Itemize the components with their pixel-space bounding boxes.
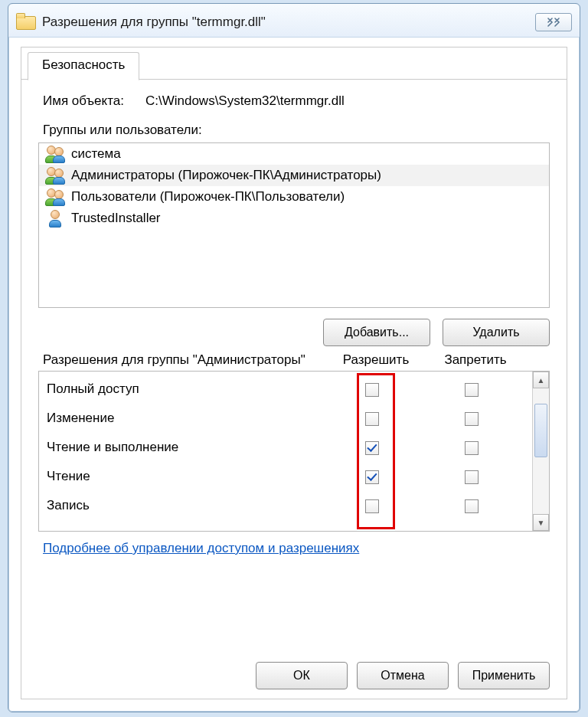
list-item[interactable]: система	[39, 143, 549, 165]
permissions-dialog: Разрешения для группы "termmgr.dll" Безо…	[8, 3, 580, 712]
tab-body: Имя объекта: C:\Windows\System32\termmgr…	[21, 80, 567, 699]
principal-name: TrustedInstaller	[71, 211, 161, 226]
principal-name: система	[71, 146, 121, 162]
permission-name: Полный доступ	[47, 381, 322, 397]
ok-button[interactable]: ОК	[256, 662, 348, 689]
permissions-box: Полный доступИзменениеЧтение и выполнени…	[38, 371, 550, 532]
folder-icon	[16, 15, 34, 30]
scroll-up-button[interactable]: ▲	[533, 372, 549, 388]
users-icon	[45, 166, 67, 185]
deny-checkbox[interactable]	[465, 383, 479, 397]
learn-more-link[interactable]: Подробнее об управлении доступом и разре…	[43, 541, 359, 556]
column-deny: Запретить	[426, 352, 525, 368]
allow-checkbox[interactable]	[365, 383, 379, 397]
permissions-for-label: Разрешения для группы "Администраторы"	[43, 352, 326, 368]
permission-name: Изменение	[47, 411, 322, 426]
deny-checkbox[interactable]	[465, 499, 479, 513]
close-button[interactable]	[535, 13, 572, 31]
permission-row: Запись	[47, 491, 532, 520]
principal-name: Администраторы (Пирожочек-ПК\Администрат…	[71, 168, 381, 183]
object-path: C:\Windows\System32\termmgr.dll	[145, 93, 345, 109]
allow-checkbox[interactable]	[365, 470, 379, 484]
user-icon	[45, 209, 67, 228]
list-item[interactable]: Пользователи (Пирожочек-ПК\Пользователи)	[39, 186, 549, 208]
scrollbar[interactable]: ▲ ▼	[532, 372, 549, 531]
scroll-track[interactable]	[533, 388, 549, 514]
users-icon	[45, 188, 67, 206]
allow-checkbox[interactable]	[365, 499, 379, 513]
object-name-label: Имя объекта:	[43, 93, 124, 109]
tab-security[interactable]: Безопасность	[28, 52, 139, 80]
window-title: Разрешения для группы "termmgr.dll"	[42, 15, 266, 30]
deny-checkbox[interactable]	[465, 470, 479, 484]
scroll-down-button[interactable]: ▼	[533, 514, 549, 531]
permission-name: Чтение	[47, 469, 322, 484]
permissions-list[interactable]: Полный доступИзменениеЧтение и выполнени…	[39, 372, 532, 531]
principals-list[interactable]: системаАдминистраторы (Пирожочек-ПК\Адми…	[38, 142, 550, 308]
users-icon	[45, 145, 67, 163]
permission-name: Чтение и выполнение	[47, 440, 322, 455]
cancel-button[interactable]: Отмена	[357, 662, 449, 689]
remove-button[interactable]: Удалить	[443, 319, 550, 346]
titlebar[interactable]: Разрешения для группы "termmgr.dll"	[8, 4, 580, 38]
add-button[interactable]: Добавить...	[323, 319, 430, 346]
principal-name: Пользователи (Пирожочек-ПК\Пользователи)	[71, 189, 345, 205]
permission-row: Чтение	[47, 462, 532, 491]
list-item[interactable]: TrustedInstaller	[39, 208, 549, 229]
permission-row: Чтение и выполнение	[47, 433, 532, 462]
permission-row: Изменение	[47, 404, 532, 433]
allow-checkbox[interactable]	[365, 412, 379, 426]
allow-checkbox[interactable]	[365, 441, 379, 455]
column-allow: Разрешить	[326, 352, 426, 368]
client-area: Безопасность Имя объекта: C:\Windows\Sys…	[21, 47, 567, 699]
deny-checkbox[interactable]	[465, 441, 479, 455]
deny-checkbox[interactable]	[465, 412, 479, 426]
apply-button[interactable]: Применить	[458, 662, 550, 689]
groups-label: Группы или пользователи:	[43, 123, 550, 138]
close-icon	[547, 18, 560, 27]
permission-row: Полный доступ	[47, 375, 532, 404]
permission-name: Запись	[47, 498, 322, 513]
tab-strip: Безопасность	[21, 47, 567, 80]
scroll-thumb[interactable]	[534, 404, 547, 457]
list-item[interactable]: Администраторы (Пирожочек-ПК\Администрат…	[39, 165, 549, 186]
